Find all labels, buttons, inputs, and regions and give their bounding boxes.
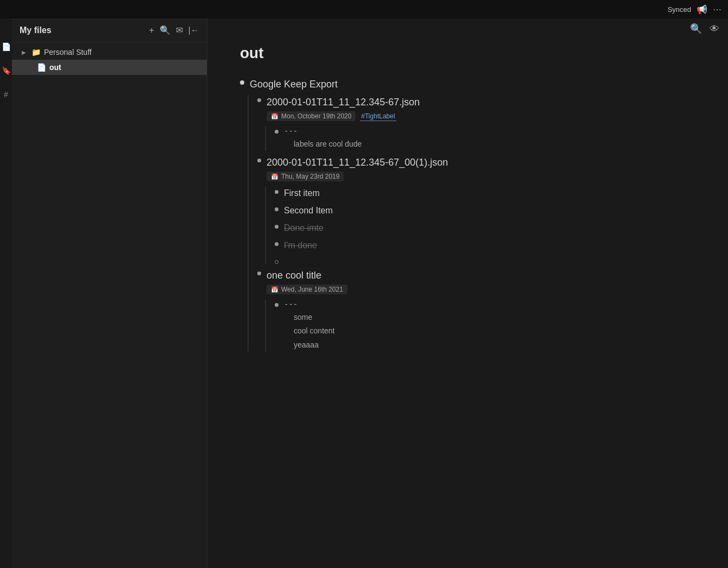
bullet-dot	[240, 80, 244, 85]
list-item: I'm done	[275, 239, 695, 252]
file-strip-icon[interactable]: 📄	[2, 42, 11, 51]
content-toolbar: 🔍 👁	[207, 18, 728, 39]
file3-children: --- somecool contentyeaaaa	[265, 300, 695, 352]
bullet-dot	[275, 207, 278, 211]
file2-item3: Done imte	[284, 222, 324, 235]
sidebar-item-personal-stuff[interactable]: ▶ 📁 Personal Stuff	[12, 45, 207, 60]
eye-icon[interactable]: 👁	[710, 23, 719, 35]
list-item: First item	[275, 187, 695, 200]
main-layout: 📄 🔖 # My files + 🔍 ✉ |← ▶ 📁 Personal Stu…	[0, 18, 728, 568]
content-block: labels are cool dude	[294, 137, 362, 151]
list-item: Second Item	[275, 204, 695, 217]
bullet-dot	[275, 190, 278, 194]
inbox-icon[interactable]: ✉	[176, 25, 183, 35]
bullet-dot	[275, 225, 278, 229]
bullet-dot-small	[257, 159, 261, 162]
date-badge-file2: 📅 Thu, May 23rd 2019	[267, 172, 344, 181]
list-item: --- somecool contentyeaaaa	[275, 300, 695, 352]
sidebar-header: My files + 🔍 ✉ |←	[12, 18, 207, 42]
sidebar-header-icons: + 🔍 ✉ |←	[149, 25, 200, 35]
announce-icon[interactable]: 📢	[697, 4, 707, 15]
bullet-row	[275, 256, 695, 264]
bullet-dot	[275, 242, 278, 246]
content-area: 🔍 👁 out Google Keep Export	[207, 18, 728, 568]
bullet-dot-small	[275, 130, 278, 134]
list-item: one cool title 📅 Wed, June 16th 2021	[257, 268, 695, 352]
bullet-row: --- somecool contentyeaaaa	[275, 300, 695, 352]
file2-label: 2000-01-01T11_11_12.345-67_00(1).json	[267, 157, 448, 168]
out-label: out	[49, 63, 61, 72]
page-title: out	[240, 45, 695, 62]
date-badge-file3: 📅 Wed, June 16th 2021	[267, 285, 347, 294]
bullet-row: Done imte	[275, 222, 695, 235]
bullet-row: 2000-01-01T11_11_12.345-67_00(1).json 📅 …	[257, 155, 695, 184]
file2-item1: First item	[284, 187, 320, 200]
list-item: 2000-01-01T11_11_12.345-67_00(1).json 📅 …	[257, 155, 695, 264]
more-icon[interactable]: ⋯	[713, 4, 721, 15]
separator-text: ---	[284, 127, 297, 135]
file3-meta: 📅 Wed, June 16th 2021	[267, 283, 347, 296]
bullet-dot-small	[257, 272, 261, 275]
collapse-sidebar-icon[interactable]: |←	[188, 26, 199, 35]
file3-item1-content: --- somecool contentyeaaaa	[284, 300, 335, 352]
bullet-row: I'm done	[275, 239, 695, 252]
file1-meta: 📅 Mon, October 19th 2020 #TightLabel	[267, 110, 420, 123]
calendar-icon: 📅	[271, 286, 278, 293]
list-item: Google Keep Export 2000-01-01T11_11_12.3…	[240, 77, 695, 352]
file1-content: 2000-01-01T11_11_12.345-67.json 📅 Mon, O…	[267, 95, 420, 123]
file2-item2: Second Item	[284, 204, 333, 217]
file1-label: 2000-01-01T11_11_12.345-67.json	[267, 97, 420, 108]
bullet-row: Second Item	[275, 204, 695, 217]
list-item	[275, 256, 695, 264]
bullet-row: First item	[275, 187, 695, 200]
date-file2: Thu, May 23rd 2019	[281, 173, 339, 180]
add-file-icon[interactable]: +	[149, 26, 154, 35]
file3-label: one cool title	[267, 270, 321, 281]
file3-content: one cool title 📅 Wed, June 16th 2021	[267, 268, 347, 296]
bullet-row: one cool title 📅 Wed, June 16th 2021	[257, 268, 695, 296]
calendar-icon: 📅	[271, 113, 278, 120]
content-block: somecool contentyeaaaa	[294, 311, 335, 352]
bullet-row: --- labels are cool dude	[275, 127, 695, 151]
file2-content: 2000-01-01T11_11_12.345-67_00(1).json 📅 …	[267, 155, 448, 184]
search-sidebar-icon[interactable]: 🔍	[160, 25, 170, 35]
folder-icon: 📁	[31, 48, 41, 56]
date-file1: Mon, October 19th 2020	[281, 112, 351, 120]
bullet-row: Google Keep Export	[240, 77, 695, 92]
date-file3: Wed, June 16th 2021	[281, 286, 343, 293]
bullet-dot-small	[275, 303, 278, 307]
tag-tight-label: #TightLabel	[360, 112, 396, 121]
file2-children: First item Second Item	[265, 187, 695, 264]
children-list: 2000-01-01T11_11_12.345-67.json 📅 Mon, O…	[248, 95, 695, 352]
date-badge-file1: 📅 Mon, October 19th 2020	[267, 111, 356, 121]
bullet-dot-small	[257, 98, 261, 102]
search-content-icon[interactable]: 🔍	[690, 23, 702, 35]
hash-strip-icon[interactable]: #	[4, 90, 8, 99]
file1-children: --- labels are cool dude	[265, 127, 695, 151]
bullet-row: 2000-01-01T11_11_12.345-67.json 📅 Mon, O…	[257, 95, 695, 123]
file2-item4: I'm done	[284, 239, 317, 252]
content-body: out Google Keep Export	[207, 39, 728, 568]
section-label: Google Keep Export	[250, 77, 338, 92]
list-item: 2000-01-01T11_11_12.345-67.json 📅 Mon, O…	[257, 95, 695, 151]
sidebar-tree: ▶ 📁 Personal Stuff 📄 out	[12, 42, 207, 77]
file-icon: 📄	[37, 63, 46, 72]
calendar-icon: 📅	[271, 173, 278, 180]
file2-meta: 📅 Thu, May 23rd 2019	[267, 170, 448, 184]
separator-text: ---	[284, 300, 297, 308]
topbar: Synced 📢 ⋯	[0, 0, 728, 18]
outline-root: Google Keep Export 2000-01-01T11_11_12.3…	[240, 77, 695, 352]
synced-status: Synced	[668, 5, 691, 14]
list-item: --- labels are cool dude	[275, 127, 695, 151]
sidebar-item-out[interactable]: 📄 out	[12, 60, 207, 75]
sidebar: My files + 🔍 ✉ |← ▶ 📁 Personal Stuff 📄 o…	[12, 18, 207, 568]
bookmark-strip-icon[interactable]: 🔖	[2, 66, 11, 75]
chevron-right-icon: ▶	[22, 49, 28, 55]
left-icon-strip: 📄 🔖 #	[0, 37, 12, 568]
file1-item1-content: --- labels are cool dude	[284, 127, 362, 151]
personal-stuff-label: Personal Stuff	[44, 48, 92, 56]
bullet-dot-empty	[275, 260, 278, 264]
list-item: Done imte	[275, 222, 695, 235]
sidebar-title: My files	[20, 26, 145, 35]
